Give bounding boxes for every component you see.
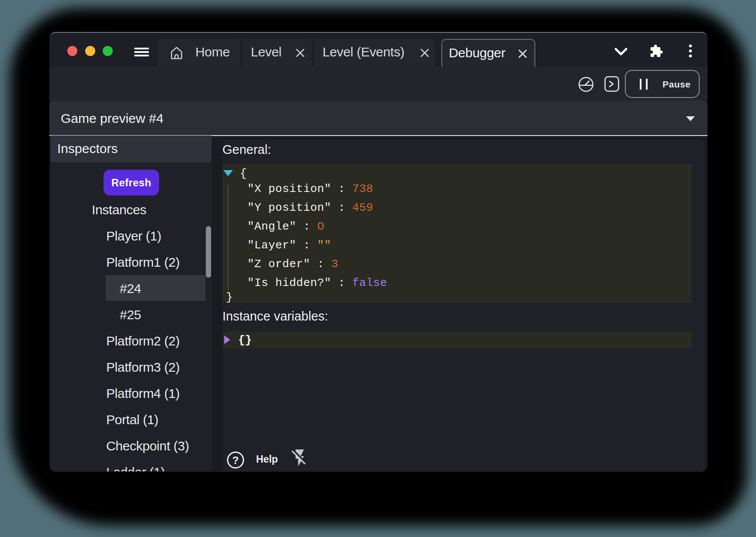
svg-text:?: ? xyxy=(232,454,239,466)
